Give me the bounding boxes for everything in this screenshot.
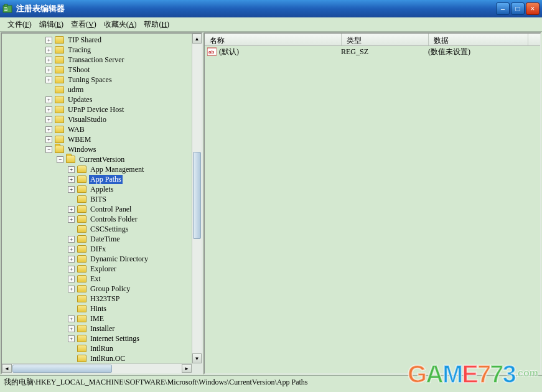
column-header[interactable]: 名称: [205, 34, 342, 45]
tree-node-label[interactable]: Group Policy: [89, 284, 131, 294]
tree-node[interactable]: +App Management: [45, 164, 192, 174]
tree-node-label[interactable]: CSCSettings: [89, 225, 129, 234]
tree-node-label[interactable]: IME: [89, 314, 105, 324]
expand-icon[interactable]: +: [45, 37, 52, 44]
expand-icon[interactable]: +: [45, 136, 52, 143]
vscroll-thumb[interactable]: [193, 152, 201, 239]
tree-node[interactable]: +Applets: [45, 184, 192, 194]
tree-node-label[interactable]: BITS: [89, 195, 108, 204]
collapse-icon[interactable]: −: [45, 146, 52, 153]
tree-node-label[interactable]: WAB: [67, 125, 86, 134]
tree-node[interactable]: H323TSP: [45, 294, 192, 304]
tree-vscrollbar[interactable]: ▲ ▼: [192, 34, 202, 363]
expand-icon[interactable]: +: [45, 116, 52, 123]
tree-node-label[interactable]: Explorer: [89, 264, 118, 274]
hscroll-thumb[interactable]: [12, 365, 112, 373]
tree-node[interactable]: +Controls Folder: [45, 214, 192, 224]
tree-node[interactable]: −CurrentVersion: [45, 154, 192, 164]
tree-node-label[interactable]: DateTime: [89, 235, 121, 244]
tree-node-label[interactable]: IntlRun: [89, 344, 114, 353]
tree-node[interactable]: +Transaction Server: [45, 55, 192, 65]
values-list[interactable]: ab(默认)REG_SZ(数值未设置): [205, 46, 540, 57]
column-header[interactable]: 类型: [342, 34, 429, 45]
tree-node-label[interactable]: Transaction Server: [67, 55, 126, 65]
tree-hscrollbar[interactable]: ◄ ►: [2, 363, 192, 373]
tree-node[interactable]: IntlRun.OC: [45, 353, 192, 363]
tree-node-label[interactable]: Tracing: [67, 45, 92, 55]
expand-icon[interactable]: +: [68, 286, 75, 292]
tree-node[interactable]: +Explorer: [45, 264, 192, 274]
tree-node[interactable]: +Ext: [45, 274, 192, 284]
tree-node[interactable]: +Dynamic Directory: [45, 254, 192, 264]
tree-node-label[interactable]: VisualStudio: [67, 115, 108, 124]
tree-node[interactable]: +DateTime: [45, 234, 192, 244]
minimize-button[interactable]: –: [496, 2, 510, 15]
tree-node[interactable]: −Windows: [45, 144, 192, 154]
tree-node-label[interactable]: Updates: [67, 95, 93, 105]
menu-item-e[interactable]: 编辑(E): [35, 18, 67, 31]
expand-icon[interactable]: +: [68, 236, 75, 243]
tree-node-label[interactable]: udrm: [67, 85, 85, 95]
collapse-icon[interactable]: −: [57, 156, 63, 163]
column-headers[interactable]: 名称类型数据: [205, 34, 540, 46]
expand-icon[interactable]: +: [45, 106, 52, 113]
expand-icon[interactable]: +: [68, 315, 75, 322]
tree-node-label[interactable]: Internet Settings: [89, 334, 141, 343]
tree-node[interactable]: +Tracing: [45, 45, 192, 55]
tree-node[interactable]: +Internet Settings: [45, 334, 192, 343]
tree-node-label[interactable]: Dynamic Directory: [89, 254, 149, 264]
tree-node[interactable]: +WBEM: [45, 134, 192, 144]
tree-node-label[interactable]: App Paths: [89, 175, 123, 184]
tree-node[interactable]: +App Paths: [45, 174, 192, 184]
expand-icon[interactable]: +: [68, 166, 75, 173]
tree-node[interactable]: +DIFx: [45, 244, 192, 254]
tree-node[interactable]: +IME: [45, 314, 192, 324]
tree-node-label[interactable]: TIP Shared: [67, 35, 103, 45]
registry-tree[interactable]: +TIP Shared+Tracing+Transaction Server+T…: [2, 34, 192, 363]
scroll-right-button[interactable]: ►: [182, 364, 192, 373]
tree-node-label[interactable]: TShoot: [67, 65, 91, 75]
expand-icon[interactable]: +: [68, 216, 75, 223]
menu-item-h[interactable]: 帮助(H): [140, 18, 173, 31]
expand-icon[interactable]: +: [68, 246, 75, 253]
tree-node-label[interactable]: Applets: [89, 185, 114, 194]
tree-node[interactable]: +TShoot: [45, 65, 192, 75]
expand-icon[interactable]: +: [45, 57, 52, 63]
tree-node-label[interactable]: Ext: [89, 274, 102, 284]
tree-node[interactable]: +VisualStudio: [45, 114, 192, 124]
tree-node[interactable]: +Installer: [45, 324, 192, 334]
tree-node-label[interactable]: Control Panel: [89, 205, 133, 214]
tree-node[interactable]: +UPnP Device Host: [45, 105, 192, 114]
menu-item-v[interactable]: 查看(V): [67, 18, 100, 31]
tree-node[interactable]: +Group Policy: [45, 284, 192, 294]
tree-node[interactable]: BITS: [45, 194, 192, 204]
column-header[interactable]: 数据: [429, 34, 528, 45]
tree-node[interactable]: +Updates: [45, 95, 192, 105]
tree-node-label[interactable]: H323TSP: [89, 294, 121, 304]
expand-icon[interactable]: +: [68, 325, 75, 332]
expand-icon[interactable]: +: [68, 266, 75, 273]
tree-node-label[interactable]: Hints: [89, 304, 108, 314]
scroll-down-button[interactable]: ▼: [192, 353, 202, 363]
expand-icon[interactable]: +: [68, 256, 75, 263]
close-button[interactable]: ×: [526, 2, 540, 15]
expand-icon[interactable]: +: [45, 77, 52, 83]
tree-node[interactable]: Hints: [45, 304, 192, 314]
expand-icon[interactable]: +: [68, 335, 75, 342]
menu-item-a[interactable]: 收藏夹(A): [100, 18, 141, 31]
expand-icon[interactable]: +: [45, 47, 52, 54]
expand-icon[interactable]: +: [45, 96, 52, 103]
titlebar[interactable]: 注册表编辑器 – □ ×: [0, 0, 542, 17]
tree-node-label[interactable]: Installer: [89, 324, 116, 334]
tree-node-label[interactable]: WBEM: [67, 135, 92, 144]
tree-node[interactable]: +Tuning Spaces: [45, 75, 192, 85]
tree-node-label[interactable]: UPnP Device Host: [67, 105, 125, 114]
tree-node-label[interactable]: Controls Folder: [89, 215, 139, 224]
tree-node[interactable]: CSCSettings: [45, 224, 192, 234]
scroll-up-button[interactable]: ▲: [192, 34, 202, 44]
tree-node[interactable]: +WAB: [45, 124, 192, 134]
expand-icon[interactable]: +: [68, 176, 75, 183]
tree-node-label[interactable]: Tuning Spaces: [67, 75, 113, 85]
menu-item-f[interactable]: 文件(F): [4, 18, 35, 31]
tree-node-label[interactable]: App Management: [89, 165, 145, 174]
